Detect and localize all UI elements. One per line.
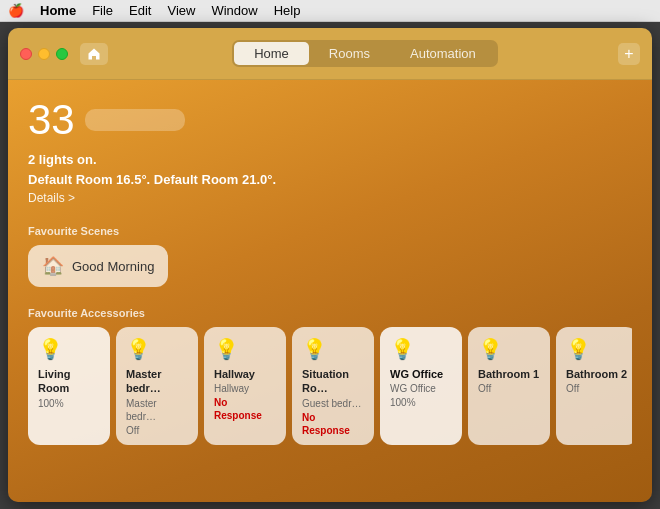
close-button[interactable] — [20, 48, 32, 60]
app-window: Home Rooms Automation + 33 2 lights on. … — [8, 28, 652, 502]
scene-home-icon: 🏠 — [42, 255, 64, 277]
menu-view[interactable]: View — [167, 3, 195, 18]
acc-name-master2: Master bedr… — [126, 397, 188, 423]
status-line2: Default Room 16.5°. Default Room 21.0°. — [28, 170, 632, 190]
accessories-section-label: Favourite Accessories — [28, 307, 632, 319]
bulb-icon-master: 💡 — [126, 337, 151, 361]
accessory-wg-office[interactable]: 💡 WG Office WG Office 100% — [380, 327, 462, 445]
acc-sub-hallway: No Response — [214, 396, 276, 422]
bulb-icon-bathroom2: 💡 — [566, 337, 591, 361]
bulb-icon-hallway: 💡 — [214, 337, 239, 361]
bulb-icon-bathroom1: 💡 — [478, 337, 503, 361]
scenes-section-label: Favourite Scenes — [28, 225, 632, 237]
toolbar: Home Rooms Automation + — [8, 28, 652, 80]
tab-rooms[interactable]: Rooms — [309, 42, 390, 65]
location-pill — [85, 109, 185, 131]
accessory-living-room[interactable]: 💡 Living Room 100% — [28, 327, 110, 445]
status-line1: 2 lights on. — [28, 150, 632, 170]
acc-name-master1: Master bedr… — [126, 367, 188, 396]
menubar: 🍎 Home File Edit View Window Help — [0, 0, 660, 22]
home-nav-button[interactable] — [80, 43, 108, 65]
accessory-bathroom2[interactable]: 💡 Bathroom 2 Off — [556, 327, 632, 445]
accessory-bathroom1[interactable]: 💡 Bathroom 1 Off — [468, 327, 550, 445]
temperature-display: 33 — [28, 96, 632, 144]
acc-name-situation1: Situation Ro… — [302, 367, 364, 396]
acc-name-bathroom2: Bathroom 2 — [566, 367, 627, 381]
accessory-situation-room[interactable]: 💡 Situation Ro… Guest bedr… No Response — [292, 327, 374, 445]
tab-automation[interactable]: Automation — [390, 42, 496, 65]
bulb-icon-situation: 💡 — [302, 337, 327, 361]
acc-sub-living-room: 100% — [38, 397, 64, 410]
menu-window[interactable]: Window — [211, 3, 257, 18]
minimize-button[interactable] — [38, 48, 50, 60]
acc-sub-master: Off — [126, 424, 139, 437]
accessory-master-bedroom[interactable]: 💡 Master bedr… Master bedr… Off — [116, 327, 198, 445]
scene-good-morning[interactable]: 🏠 Good Morning — [28, 245, 168, 287]
acc-sub-situation: No Response — [302, 411, 364, 437]
accessory-hallway[interactable]: 💡 Hallway Hallway No Response — [204, 327, 286, 445]
scene-label: Good Morning — [72, 259, 154, 274]
tab-home[interactable]: Home — [234, 42, 309, 65]
maximize-button[interactable] — [56, 48, 68, 60]
menu-help[interactable]: Help — [274, 3, 301, 18]
acc-sub-wg: 100% — [390, 396, 416, 409]
traffic-lights — [20, 48, 68, 60]
acc-name-hallway2: Hallway — [214, 382, 249, 395]
bulb-icon-living-room: 💡 — [38, 337, 63, 361]
accessories-row: 💡 Living Room 100% 💡 Master bedr… Master… — [28, 327, 632, 445]
acc-name-wg1: WG Office — [390, 367, 443, 381]
scenes-row: 🏠 Good Morning — [28, 245, 632, 287]
weather-section: 33 2 lights on. Default Room 16.5°. Defa… — [28, 96, 632, 205]
menu-home[interactable]: Home — [40, 3, 76, 18]
acc-name-hallway1: Hallway — [214, 367, 255, 381]
acc-name-situation2: Guest bedr… — [302, 397, 361, 410]
acc-sub-bathroom1: Off — [478, 382, 491, 395]
main-content: 33 2 lights on. Default Room 16.5°. Defa… — [8, 80, 652, 502]
menu-file[interactable]: File — [92, 3, 113, 18]
status-info: 2 lights on. Default Room 16.5°. Default… — [28, 150, 632, 205]
bulb-icon-wg-office: 💡 — [390, 337, 415, 361]
details-link[interactable]: Details > — [28, 191, 632, 205]
temperature-value: 33 — [28, 96, 75, 144]
menu-edit[interactable]: Edit — [129, 3, 151, 18]
acc-name-living-room: Living Room — [38, 367, 100, 396]
add-button[interactable]: + — [618, 43, 640, 65]
acc-sub-bathroom2: Off — [566, 382, 579, 395]
tab-group: Home Rooms Automation — [232, 40, 498, 67]
acc-name-bathroom1: Bathroom 1 — [478, 367, 539, 381]
tabs-container: Home Rooms Automation — [120, 40, 610, 67]
apple-menu[interactable]: 🍎 — [8, 3, 24, 18]
acc-name-wg2: WG Office — [390, 382, 436, 395]
